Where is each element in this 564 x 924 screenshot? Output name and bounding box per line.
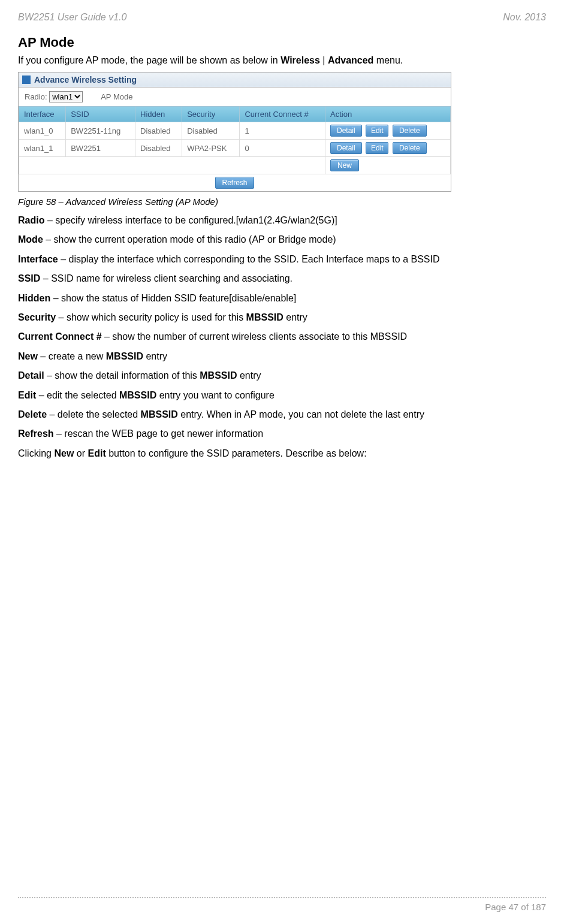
delete-button[interactable]: Delete (393, 125, 427, 137)
intro-bold1: Wireless (281, 55, 320, 65)
cell-hidden: Disabled (135, 122, 182, 140)
table-header-row: Interface SSID Hidden Security Current C… (19, 107, 451, 122)
def-current-connect: Current Connect # – show the number of c… (18, 330, 546, 343)
page-number: Page 47 of 187 (18, 902, 546, 912)
detail-button[interactable]: Detail (330, 125, 362, 137)
figure-caption: Figure 58 – Advanced Wireless Setting (A… (18, 197, 546, 207)
cell-ssid: BW2251-11ng (66, 122, 135, 140)
edit-button[interactable]: Edit (366, 125, 388, 137)
col-security: Security (182, 107, 240, 122)
radio-label: Radio: (25, 92, 47, 101)
def-ssid: SSID – SSID name for wireless client sea… (18, 272, 546, 285)
intro-prefix: If you configure AP mode, the page will … (18, 55, 281, 65)
app-titlebar: Advance Wireless Setting (19, 73, 451, 87)
col-hidden: Hidden (135, 107, 182, 122)
radio-select[interactable]: wlan1 (49, 91, 83, 102)
app-window: Advance Wireless Setting Radio: wlan1 AP… (18, 72, 451, 192)
intro-text: If you configure AP mode, the page will … (18, 55, 546, 66)
col-action: Action (325, 107, 451, 122)
doc-title: BW2251 User Guide v1.0 (18, 12, 126, 23)
cell-hidden: Disabled (135, 140, 182, 157)
window-icon (22, 76, 31, 84)
doc-date: Nov. 2013 (503, 12, 546, 23)
def-edit: Edit – edit the selected MBSSID entry yo… (18, 389, 546, 402)
cell-action: Detail Edit Delete (325, 122, 451, 140)
page-footer: Page 47 of 187 (18, 897, 546, 912)
col-connect: Current Connect # (240, 107, 325, 122)
cell-security: Disabled (182, 122, 240, 140)
def-new: New – create a new MBSSID entry (18, 350, 546, 363)
def-delete: Delete – delete the selected MBSSID entr… (18, 408, 546, 421)
cell-security: WPA2-PSK (182, 140, 240, 157)
new-row: New (19, 157, 451, 174)
cell-action: Detail Edit Delete (325, 140, 451, 157)
def-radio: Radio – specify wireless interface to be… (18, 214, 546, 227)
def-interface: Interface – display the interface which … (18, 253, 546, 266)
intro-sep: | (320, 55, 328, 65)
table-row: wlan1_0 BW2251-11ng Disabled Disabled 1 … (19, 122, 451, 140)
new-button[interactable]: New (330, 159, 359, 171)
mode-label: AP Mode (101, 92, 132, 101)
app-title: Advance Wireless Setting (34, 75, 137, 84)
def-security: Security – show which security policy is… (18, 311, 546, 324)
table-row: wlan1_1 BW2251 Disabled WPA2-PSK 0 Detai… (19, 140, 451, 157)
cell-ssid: BW2251 (66, 140, 135, 157)
closing-line: Clicking New or Edit button to configure… (18, 447, 546, 460)
intro-suffix: menu. (373, 55, 403, 65)
footer-divider (18, 897, 546, 898)
col-interface: Interface (19, 107, 66, 122)
def-detail: Detail – show the detail information of … (18, 369, 546, 382)
radio-row: Radio: wlan1 AP Mode (19, 87, 451, 106)
edit-button[interactable]: Edit (366, 142, 388, 154)
def-refresh: Refresh – rescan the WEB page to get new… (18, 427, 546, 440)
refresh-button[interactable]: Refresh (215, 177, 254, 189)
def-hidden: Hidden – show the status of Hidden SSID … (18, 292, 546, 305)
cell-connect: 0 (240, 140, 325, 157)
page-header: BW2251 User Guide v1.0 Nov. 2013 (18, 12, 546, 23)
col-ssid: SSID (66, 107, 135, 122)
cell-interface: wlan1_0 (19, 122, 66, 140)
detail-button[interactable]: Detail (330, 142, 362, 154)
def-mode: Mode – show the current operation mode o… (18, 233, 546, 246)
delete-button[interactable]: Delete (393, 142, 427, 154)
section-title: AP Mode (18, 35, 546, 50)
cell-interface: wlan1_1 (19, 140, 66, 157)
refresh-row: Refresh (19, 174, 451, 191)
ssid-table: Interface SSID Hidden Security Current C… (19, 106, 451, 174)
intro-bold2: Advanced (328, 55, 373, 65)
cell-connect: 1 (240, 122, 325, 140)
